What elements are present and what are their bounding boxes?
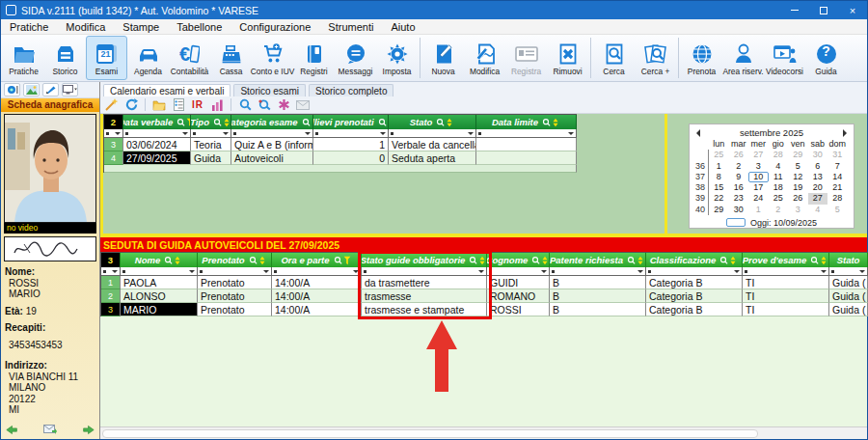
photo-image-icon[interactable] bbox=[23, 83, 40, 96]
toolbar-conto-iuv[interactable]: Conto e IUV bbox=[252, 36, 293, 80]
col-nome[interactable]: Nome bbox=[121, 253, 198, 267]
toolbar-esami[interactable]: 21Esami bbox=[86, 36, 127, 80]
calendar-day[interactable]: 14 bbox=[827, 172, 848, 182]
cell[interactable]: Prenotato bbox=[198, 276, 272, 289]
filter-cell[interactable] bbox=[362, 267, 487, 276]
cell[interactable]: 0 bbox=[313, 151, 389, 165]
list-report-icon[interactable] bbox=[171, 97, 186, 112]
webcam-icon[interactable] bbox=[4, 83, 20, 96]
filter-cell[interactable] bbox=[104, 129, 123, 138]
maximize-button[interactable] bbox=[809, 1, 838, 19]
filter-cell[interactable] bbox=[550, 267, 646, 276]
calendar-day[interactable]: 7 bbox=[827, 161, 848, 172]
cell[interactable]: B bbox=[550, 303, 646, 316]
filter-cell[interactable] bbox=[743, 267, 829, 276]
horizontal-scrollbar[interactable] bbox=[100, 426, 867, 439]
cell[interactable]: Verbale da cancellare bbox=[389, 138, 476, 151]
calendar-day[interactable]: 30 bbox=[729, 205, 749, 215]
prev-record-arrow-icon[interactable] bbox=[6, 425, 18, 435]
selected-cell[interactable]: 27/09/2025 bbox=[123, 151, 191, 165]
toolbar-storico[interactable]: Storico bbox=[44, 36, 86, 80]
filter-cell[interactable] bbox=[231, 129, 313, 138]
col-stato-guide-obbligatorie[interactable]: Stato guide obbligatorie bbox=[362, 253, 487, 267]
menu-strumenti[interactable]: Strumenti bbox=[319, 21, 382, 33]
cell[interactable]: Prenotato bbox=[198, 289, 272, 303]
toolbar-modifica[interactable]: Modifica bbox=[464, 36, 505, 80]
calendar-day[interactable]: 11 bbox=[769, 172, 789, 182]
toolbar-agenda[interactable]: Agenda bbox=[127, 36, 169, 80]
cell[interactable]: Guida ( bbox=[829, 289, 868, 303]
cell[interactable]: 14:00/A bbox=[272, 303, 362, 316]
cell[interactable]: ALONSO bbox=[121, 289, 198, 303]
calendar-day[interactable]: 1 bbox=[748, 205, 769, 215]
calendar-day[interactable]: 6 bbox=[808, 161, 828, 172]
calendar-day[interactable]: 17 bbox=[748, 182, 769, 193]
cell[interactable]: 14:00/A bbox=[272, 289, 362, 303]
search-advanced-icon[interactable] bbox=[257, 97, 272, 112]
col-prove-esame[interactable]: Prove d'esame bbox=[743, 253, 829, 267]
filter-cell[interactable] bbox=[487, 267, 550, 276]
cell[interactable]: TI bbox=[743, 303, 829, 316]
calendar-day[interactable]: 13 bbox=[808, 172, 828, 182]
col-cognome[interactable]: Cognome bbox=[487, 253, 550, 267]
calendar-day[interactable]: 28 bbox=[769, 150, 789, 160]
calendar-day[interactable]: 5 bbox=[827, 205, 848, 215]
calendar-next-icon[interactable] bbox=[843, 129, 847, 137]
cell[interactable]: trasmesse e stampate bbox=[362, 303, 487, 316]
calendar-day[interactable]: 24 bbox=[748, 193, 769, 204]
magic-wand-icon[interactable] bbox=[104, 97, 120, 112]
filter-cell[interactable] bbox=[389, 129, 476, 138]
menu-stampe[interactable]: Stampe bbox=[114, 21, 168, 33]
cell[interactable]: ROMANO bbox=[487, 289, 550, 303]
tab-calendario-esami[interactable]: Calendario esami e verbali bbox=[103, 84, 231, 96]
cell[interactable]: Categoria B bbox=[646, 303, 743, 316]
tab-storico-completo[interactable]: Storico completo bbox=[309, 84, 393, 96]
col-stato[interactable]: Stato bbox=[389, 115, 476, 129]
toolbar-registri[interactable]: Registri bbox=[293, 36, 335, 80]
cell[interactable]: GUIDI bbox=[487, 276, 550, 289]
asterisk-icon[interactable] bbox=[276, 97, 291, 112]
cell[interactable]: TI bbox=[743, 276, 829, 289]
toolbar-pratiche[interactable]: Pratiche bbox=[3, 36, 44, 80]
col-ora-e-parte[interactable]: Ora e parte bbox=[272, 253, 362, 267]
cell[interactable]: da trasmettere bbox=[362, 276, 487, 289]
calendar-day[interactable]: 20 bbox=[808, 182, 828, 193]
toolbar-prenota[interactable]: Prenota bbox=[681, 36, 722, 80]
calendar-day[interactable]: 19 bbox=[788, 182, 808, 193]
calendar-day[interactable]: 23 bbox=[729, 193, 749, 204]
cell[interactable]: B bbox=[550, 276, 646, 289]
calendar-day[interactable]: 18 bbox=[769, 182, 789, 193]
cell[interactable]: Prenotato bbox=[198, 303, 272, 316]
display-options-icon[interactable] bbox=[62, 83, 78, 96]
toolbar-imposta[interactable]: Imposta bbox=[376, 36, 418, 80]
calendar-day[interactable]: 31 bbox=[827, 150, 848, 160]
cell[interactable]: B bbox=[550, 289, 646, 303]
filter-cell[interactable] bbox=[191, 129, 231, 138]
calendar-day[interactable]: 9 bbox=[729, 172, 749, 182]
cell[interactable]: Categoria B bbox=[646, 289, 743, 303]
cell[interactable]: 1 bbox=[313, 138, 389, 151]
row-number[interactable]: 3 bbox=[104, 138, 123, 151]
minimize-button[interactable] bbox=[780, 1, 809, 19]
chart-icon[interactable] bbox=[209, 97, 225, 112]
calendar-day[interactable]: 25 bbox=[709, 150, 729, 160]
cell[interactable]: trasmesse bbox=[362, 289, 487, 303]
calendar-day[interactable]: 2 bbox=[769, 205, 789, 215]
calendar-day[interactable]: 3 bbox=[748, 161, 769, 172]
tab-storico-esami[interactable]: Storico esami bbox=[233, 84, 306, 96]
menu-modifica[interactable]: Modifica bbox=[57, 21, 114, 33]
signature-pen-icon[interactable] bbox=[42, 83, 59, 96]
cell[interactable]: 03/06/2024 bbox=[123, 138, 191, 151]
cell[interactable]: Guida ( bbox=[829, 303, 868, 316]
col-stato-2[interactable]: Stato bbox=[829, 253, 868, 267]
toolbar-rimuovi[interactable]: Rimuovi bbox=[547, 36, 588, 80]
col-tipo[interactable]: Tipo bbox=[191, 115, 231, 129]
menu-aiuto[interactable]: Aiuto bbox=[382, 21, 423, 33]
cell[interactable]: PAOLA bbox=[121, 276, 198, 289]
filter-cell[interactable] bbox=[829, 267, 868, 276]
toolbar-videocorsi[interactable]: Videocorsi bbox=[764, 36, 805, 80]
calendar-today[interactable]: 10 bbox=[748, 172, 769, 182]
close-button[interactable]: × bbox=[838, 1, 867, 19]
search-small-icon[interactable] bbox=[237, 97, 253, 112]
cell[interactable]: Quiz A e B (inform.) bbox=[231, 138, 313, 151]
